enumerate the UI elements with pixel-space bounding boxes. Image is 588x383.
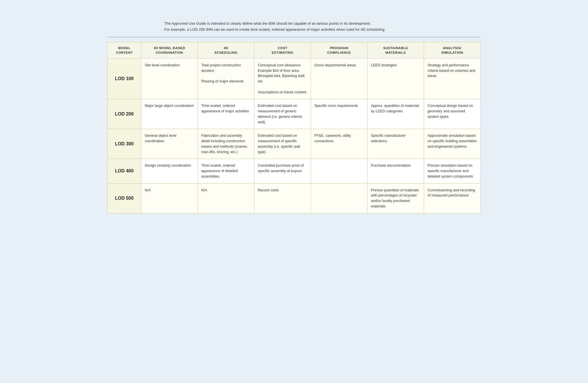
cell-program: Gross departmental areas: [311, 58, 367, 99]
cell-program: FF&E, casework, utility connections: [311, 129, 367, 159]
col-header-1: 3D MODEL BASEDCOORDINATION: [141, 42, 198, 58]
table-row: LOD 300General object level coordination…: [108, 129, 481, 159]
cell-coordination: N/A: [141, 183, 198, 213]
cell-coordination: Major large object coordination: [141, 99, 198, 129]
cell-sustainable: Specific manufacturer selections: [367, 129, 424, 159]
cell-sustainable: LEED strategies: [367, 58, 424, 99]
table-row: LOD 200Major large object coordinationTi…: [108, 99, 481, 129]
table-row: LOD 500N/AN/ARecord costsPrecise quantit…: [108, 183, 481, 213]
cell-coordination: Design certainty coordination: [141, 159, 198, 183]
page-wrapper: The Approved Use Guide is intended to cl…: [107, 9, 481, 213]
cell-cost: Record costs: [254, 183, 311, 213]
col-header-5: SUSTAINABLEMATERIALS: [367, 42, 424, 58]
col-header-2: 4DSCHEDULING: [198, 42, 254, 58]
cell-scheduling: Time-scaled, ordered appearance of major…: [198, 99, 254, 129]
cell-sustainable: Precise quantities of materials with per…: [367, 183, 424, 213]
cell-scheduling: Time-scaled, ordered appearance of detai…: [198, 159, 254, 183]
cell-lod: LOD 200: [108, 99, 141, 129]
cell-lod: LOD 500: [108, 183, 141, 213]
cell-scheduling: N/A: [198, 183, 254, 213]
bim-matrix-table: MODELCONTENT3D MODEL BASEDCOORDINATION4D…: [107, 42, 481, 213]
table-header: MODELCONTENT3D MODEL BASEDCOORDINATION4D…: [108, 42, 481, 58]
cell-analysis: Approximate simulation based on specific…: [424, 129, 480, 159]
cell-cost: Estimated cost based on measurement of g…: [254, 99, 311, 129]
cell-program: Specific room requirements: [311, 99, 367, 129]
cell-lod: LOD 300: [108, 129, 141, 159]
cell-analysis: Precise simulation based on specific man…: [424, 159, 480, 183]
header-row: MODELCONTENT3D MODEL BASEDCOORDINATION4D…: [108, 42, 481, 58]
cell-analysis: Conceptual design based on geometry and …: [424, 99, 480, 129]
cell-analysis: Strategy and performance criteria based …: [424, 58, 480, 99]
cell-lod: LOD 400: [108, 159, 141, 183]
cell-analysis: Commissioning and recording of measured …: [424, 183, 480, 213]
source-description: The Approved Use Guide is intended to cl…: [164, 21, 385, 33]
cell-lod: LOD 100: [108, 58, 141, 99]
cell-program: [311, 159, 367, 183]
cell-cost: Estimated cost based on measurement of s…: [254, 129, 311, 159]
cell-sustainable: Purchase documentation: [367, 159, 424, 183]
table-row: LOD 100Site level coordinationTotal proj…: [108, 58, 481, 99]
cell-coordination: General object level coordination: [141, 129, 198, 159]
cell-cost: Committed purchase price of specific ass…: [254, 159, 311, 183]
table-row: LOD 400Design certainty coordinationTime…: [108, 159, 481, 183]
col-header-4: PROGRAMCOMPLIANCE: [311, 42, 367, 58]
cell-scheduling: Total project construction durationPhasi…: [198, 58, 254, 99]
col-header-0: MODELCONTENT: [108, 42, 141, 58]
cell-coordination: Site level coordination: [141, 58, 198, 99]
page-title: [107, 9, 481, 18]
cell-sustainable: Approx. quantities of materials by LEED …: [367, 99, 424, 129]
cell-cost: Conceptual cost allowance Example $/sf o…: [254, 58, 311, 99]
table-body: LOD 100Site level coordinationTotal proj…: [108, 58, 481, 213]
cell-program: [311, 183, 367, 213]
col-header-6: ANALYSIS/SIMULATION: [424, 42, 480, 58]
cell-scheduling: Fabrication and assembly detail includin…: [198, 129, 254, 159]
col-header-3: COSTESTIMATING: [254, 42, 311, 58]
source-bar: The Approved Use Guide is intended to cl…: [107, 18, 481, 37]
